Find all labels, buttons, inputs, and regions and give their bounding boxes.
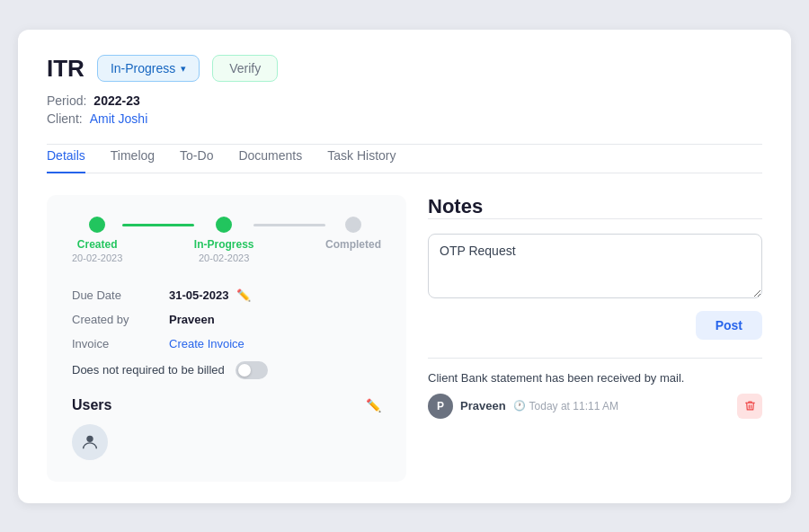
post-row: Post	[428, 311, 762, 340]
step-dot-inprogress	[216, 217, 232, 233]
created-by-label: Created by	[72, 313, 162, 326]
period-value: 2022-23	[93, 93, 139, 108]
due-date-row: Due Date 31-05-2023 ✏️	[72, 288, 381, 302]
step-line-1	[122, 224, 194, 226]
tab-timelog[interactable]: Timelog	[111, 148, 155, 173]
note-author-initial: P	[437, 400, 444, 412]
due-date-label: Due Date	[72, 288, 162, 302]
step-completed: Completed	[325, 217, 381, 253]
billing-label: Does not required to be billed	[72, 363, 225, 377]
tab-task-history[interactable]: Task History	[327, 148, 396, 173]
chevron-down-icon: ▾	[181, 63, 186, 75]
note-message: Client Bank statement has been received …	[428, 371, 762, 385]
note-meta-row: P Praveen 🕐 Today at 11:11 AM	[428, 394, 762, 419]
status-label: In-Progress	[111, 61, 175, 75]
svg-point-0	[86, 435, 93, 441]
notes-content-divider	[428, 358, 762, 359]
status-badge[interactable]: In-Progress ▾	[97, 55, 200, 82]
client-label: Client:	[47, 111, 83, 126]
notes-divider	[428, 218, 762, 219]
users-title: Users	[72, 397, 111, 413]
period-row: Period: 2022-23	[47, 93, 762, 108]
verify-button[interactable]: Verify	[212, 55, 278, 82]
billing-row: Does not required to be billed	[72, 361, 381, 379]
due-date-value: 31-05-2023	[169, 288, 229, 302]
clock-icon: 🕐	[513, 400, 526, 412]
note-author-name: Praveen	[460, 399, 506, 412]
toggle-thumb	[238, 364, 251, 377]
period-label: Period:	[47, 93, 86, 108]
step-created: Created 20-02-2023	[72, 217, 122, 263]
tab-details[interactable]: Details	[47, 148, 85, 173]
step-dot-completed	[345, 217, 361, 233]
tabs-row: Details Timelog To-Do Documents Task His…	[47, 145, 762, 173]
client-row: Client: Amit Joshi	[47, 111, 762, 126]
content-row: Created 20-02-2023 In-Progress 20-02-202…	[47, 195, 762, 482]
notes-title: Notes	[428, 195, 483, 217]
note-time-wrapper: 🕐 Today at 11:11 AM	[513, 400, 618, 412]
created-by-value: Praveen	[169, 313, 215, 326]
invoice-label: Invoice	[72, 337, 162, 350]
page-title: ITR	[47, 55, 84, 83]
users-header: Users ✏️	[72, 397, 381, 413]
note-author-avatar: P	[428, 394, 453, 419]
step-label-completed: Completed	[325, 238, 381, 251]
create-invoice-link[interactable]: Create Invoice	[169, 337, 244, 350]
note-time: Today at 11:11 AM	[529, 400, 618, 412]
meta-section: Period: 2022-23 Client: Amit Joshi	[47, 93, 762, 126]
step-dot-created	[89, 217, 105, 233]
invoice-row: Invoice Create Invoice	[72, 337, 381, 350]
step-label-inprogress: In-Progress	[194, 238, 254, 251]
step-label-created: Created	[77, 238, 118, 251]
created-by-row: Created by Praveen	[72, 313, 381, 326]
client-link[interactable]: Amit Joshi	[90, 111, 148, 126]
tab-todo[interactable]: To-Do	[180, 148, 213, 173]
step-date-inprogress: 20-02-2023	[199, 253, 249, 263]
right-panel: Notes OTP Request Post Client Bank state…	[428, 195, 762, 482]
post-button[interactable]: Post	[696, 311, 762, 340]
billing-toggle[interactable]	[236, 361, 268, 379]
notes-textarea[interactable]: OTP Request	[428, 234, 762, 298]
stepper: Created 20-02-2023 In-Progress 20-02-202…	[72, 217, 381, 263]
step-date-created: 20-02-2023	[72, 253, 122, 263]
note-meta-left: P Praveen 🕐 Today at 11:11 AM	[428, 394, 618, 419]
step-line-2	[253, 224, 325, 226]
left-panel: Created 20-02-2023 In-Progress 20-02-202…	[47, 195, 406, 482]
page-container: ITR In-Progress ▾ Verify Period: 2022-23…	[18, 30, 791, 503]
user-avatar	[72, 424, 108, 460]
due-date-edit-icon[interactable]: ✏️	[236, 288, 251, 302]
users-edit-icon[interactable]: ✏️	[366, 398, 381, 412]
tab-documents[interactable]: Documents	[238, 148, 302, 173]
step-inprogress: In-Progress 20-02-2023	[194, 217, 254, 263]
delete-note-button[interactable]	[737, 394, 762, 419]
header-row: ITR In-Progress ▾ Verify	[47, 55, 762, 83]
